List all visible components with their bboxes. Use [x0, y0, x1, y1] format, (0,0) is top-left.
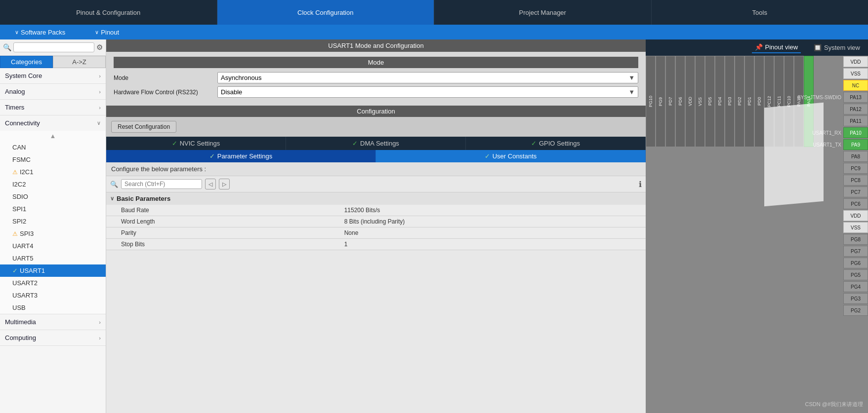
sidebar-item-uart5[interactable]: UART5: [0, 252, 106, 264]
params-group-basic[interactable]: ∨ Basic Parameters: [106, 192, 646, 205]
pin-box-pc6[interactable]: PC6: [843, 198, 868, 209]
nav-clock[interactable]: Clock Configuration: [217, 0, 435, 25]
reset-configuration-button[interactable]: Reset Configuration: [111, 121, 176, 133]
sidebar-item-usb[interactable]: USB: [0, 301, 106, 314]
mode-section-header: Mode: [114, 57, 638, 68]
sidebar-item-uart4[interactable]: UART4: [0, 240, 106, 252]
params-search-input[interactable]: [121, 179, 202, 189]
sidebar-group-header-systemcore[interactable]: System Core ›: [0, 68, 106, 83]
nav-project[interactable]: Project Manager: [434, 0, 652, 25]
pin-pd7[interactable]: PD7: [665, 56, 675, 147]
sidebar-item-spi2[interactable]: SPI2: [0, 215, 106, 227]
params-next-button[interactable]: ▷: [219, 179, 230, 189]
pin-box-pg5[interactable]: PG5: [843, 269, 868, 280]
sidebar-item-usart2[interactable]: USART2: [0, 277, 106, 289]
pin-box-pg2[interactable]: PG2: [843, 305, 868, 316]
sidebar-item-spi1[interactable]: SPI1: [0, 203, 106, 215]
sidebar-item-can[interactable]: CAN: [0, 141, 106, 153]
right-pin-pg4: PG4: [795, 281, 868, 293]
sidebar-items: System Core › Analog › Timers ›: [0, 68, 106, 413]
info-button[interactable]: ℹ: [639, 180, 642, 189]
subnav-software-packs[interactable]: ∨ Software Packs: [0, 29, 80, 36]
right-pin-pa13: SYS_JTMS-SWDIO PA13: [795, 91, 868, 103]
sidebar-item-i2c2[interactable]: I2C2: [0, 178, 106, 190]
sidebar-group-header-multimedia[interactable]: Multimedia ›: [0, 314, 106, 330]
pin-box-vss2[interactable]: VSS: [843, 222, 868, 233]
check-icon: ✓: [485, 152, 490, 160]
pin-box-pa13[interactable]: PA13: [843, 92, 868, 103]
gear-icon[interactable]: ⚙: [96, 43, 103, 52]
params-prev-button[interactable]: ◁: [205, 179, 216, 189]
sidebar-item-usart3[interactable]: USART3: [0, 289, 106, 301]
sidebar-item-i2c1[interactable]: ⚠ I2C1: [0, 166, 106, 178]
pin-pd5[interactable]: PD5: [705, 56, 715, 147]
pinout-header: 📌 Pinout view 🔲 System view: [646, 39, 868, 56]
pin-box-pa8[interactable]: PA8: [843, 151, 868, 162]
pin-pd6[interactable]: PD6: [675, 56, 685, 147]
subtab-user-constants[interactable]: ✓ User Constants: [376, 150, 646, 162]
pin-box-pa9[interactable]: PA9: [843, 139, 868, 150]
pin-box-vdd1[interactable]: VDD: [843, 56, 868, 67]
pin-box-pc9[interactable]: PC9: [843, 163, 868, 174]
tab-atoz[interactable]: A->Z: [53, 56, 106, 68]
subtab-parameter-settings[interactable]: ✓ Parameter Settings: [106, 150, 376, 162]
check-icon: ✓: [12, 267, 18, 274]
pin-pd2[interactable]: PD2: [735, 56, 744, 147]
nav-pinout[interactable]: Pinout & Configuration: [0, 0, 217, 25]
pin-box-pg7[interactable]: PG7: [843, 246, 868, 257]
pin-box-pg3[interactable]: PG3: [843, 293, 868, 304]
pin-box-pc8[interactable]: PC8: [843, 175, 868, 186]
pin-pd4[interactable]: PD4: [715, 56, 725, 147]
pin-box-nc[interactable]: NC: [843, 80, 868, 91]
param-value-wordlength: 8 Bits (including Parity): [339, 216, 646, 227]
tab-nvic-settings[interactable]: ✓ NVIC Settings: [106, 137, 286, 150]
pin-box-pc7[interactable]: PC7: [843, 187, 868, 197]
subnav-pinout[interactable]: ∨ Pinout: [80, 29, 134, 36]
system-view-button[interactable]: 🔲 System view: [811, 42, 863, 53]
mode-select-mode[interactable]: Asynchronous ▼: [217, 72, 638, 83]
tab-dma-settings[interactable]: ✓ DMA Settings: [286, 137, 466, 150]
sidebar-group-header-computing[interactable]: Computing ›: [0, 330, 106, 345]
sidebar-item-fsmc[interactable]: FSMC: [0, 153, 106, 166]
param-value-baudrate: 115200 Bits/s: [339, 205, 646, 216]
center-content: USART1 Mode and Configuration Mode Mode …: [106, 39, 646, 413]
chevron-right-icon: ›: [99, 335, 101, 341]
sidebar-item-spi3[interactable]: ⚠ SPI3: [0, 227, 106, 240]
pin-box-pg4[interactable]: PG4: [843, 281, 868, 292]
nav-tools[interactable]: Tools: [652, 0, 868, 25]
pin-box-vss1[interactable]: VSS: [843, 68, 868, 79]
tab-categories[interactable]: Categories: [0, 56, 53, 68]
pin-box-pa10[interactable]: PA10: [843, 127, 868, 138]
mode-select-hwflow[interactable]: Disable ▼: [217, 86, 638, 98]
pin-box-vdd2[interactable]: VDD: [843, 210, 868, 221]
pin-vdd[interactable]: VDD: [685, 56, 695, 147]
params-area: Configure the below parameters : 🔍 ◁ ▷ ℹ…: [106, 162, 646, 413]
tab-gpio-settings[interactable]: ✓ GPIO Settings: [466, 137, 646, 150]
pin-vss[interactable]: VSS: [695, 56, 705, 147]
search-icon: 🔍: [110, 181, 118, 188]
pin-box-pa11[interactable]: PA11: [843, 115, 868, 126]
sidebar-group-header-connectivity[interactable]: Connectivity ∨: [0, 115, 106, 131]
right-pin-vdd1: VDD: [795, 56, 868, 68]
sidebar-item-sdio[interactable]: SDIO: [0, 190, 106, 203]
check-icon: ✓: [352, 140, 358, 147]
pin-pd3[interactable]: PD3: [725, 56, 735, 147]
pin-box-pg6[interactable]: PG6: [843, 258, 868, 268]
pin-box-pa12[interactable]: PA12: [843, 104, 868, 114]
param-name-stopbits: Stop Bits: [106, 239, 339, 250]
sidebar-group-header-analog[interactable]: Analog ›: [0, 84, 106, 99]
pin-box-pg8[interactable]: PG8: [843, 234, 868, 245]
scroll-up-indicator[interactable]: ▲: [0, 131, 106, 141]
sidebar-group-header-timers[interactable]: Timers ›: [0, 100, 106, 115]
sidebar-search-input[interactable]: [13, 42, 94, 52]
right-panel: 📌 Pinout view 🔲 System view PG10 PG9 PD7…: [646, 39, 868, 413]
chevron-right-icon: ›: [99, 105, 101, 111]
pin-pd1[interactable]: PD1: [744, 56, 754, 147]
pin-pg10[interactable]: PG10: [646, 56, 656, 147]
chevron-down-icon: ∨: [97, 120, 101, 126]
pinout-view-button[interactable]: 📌 Pinout view: [752, 42, 801, 53]
sidebar-item-usart1[interactable]: ✓ USART1: [0, 264, 106, 277]
pin-pd0[interactable]: PD0: [754, 56, 764, 147]
right-pin-pg5: PG5: [795, 269, 868, 281]
pin-pg9[interactable]: PG9: [656, 56, 665, 147]
